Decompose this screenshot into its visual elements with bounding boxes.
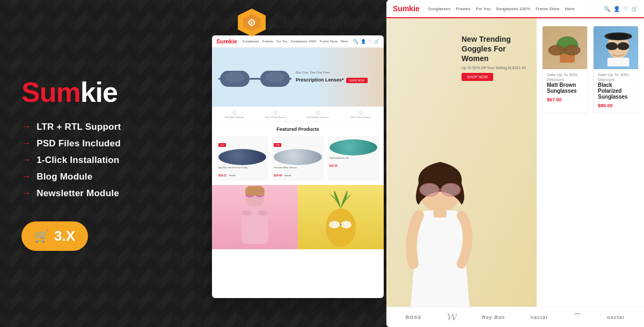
svg-point-28 [441,183,460,196]
product-card: TOP Buy One, Get One Free Today $36.21 $… [216,136,268,181]
sunglasses-svg [217,55,292,100]
woman-silhouette [225,186,284,249]
svg-point-40 [617,42,629,50]
svg-point-15 [241,210,252,215]
hexagon-inner [243,14,260,31]
version-text: 3.X [54,228,75,244]
man-sunglasses-svg [594,29,638,66]
arrow-icon: → [21,171,31,182]
hero-glasses-area [217,55,292,100]
icon-label: 100% Online Support [350,116,371,118]
product-price: $32.46 [330,164,338,167]
svg-rect-42 [608,57,630,66]
svg-point-34 [565,45,581,55]
product-pricing: $28.40 $46.20 [274,169,321,179]
cart-icon: 🛒 [34,229,49,243]
product-info: Sale Up To 30% Discount Black Polarized … [594,69,638,113]
return-icon [273,110,278,115]
brand-nactar1: nactar [530,315,548,320]
left-panel: Sumkie → LTR + RTL Support → PSD Files I… [0,0,209,327]
center-panel: Elite Author Sumkie Sunglasses Frames Fo… [209,0,386,327]
cart-icon: 🛒 [374,39,379,44]
right-hero-btn: SHOP NOW [462,73,493,81]
right-mockup: Sumkie Sunglasses Frames For You Sunglas… [386,0,644,327]
elite-label: Elite Author [273,14,358,31]
icon-label: Easy 30 Day Returns [265,116,286,118]
products-row: TOP Buy One, Get One Free Today $36.21 $… [212,134,384,185]
product-image [218,149,266,165]
feature-item: → LTR + RTL Support [21,121,188,132]
shipping-icon [232,110,237,115]
products-title: Featured Products [212,122,384,134]
product-price: $67.00 [547,97,562,102]
product-price: $90.00 [598,103,613,108]
product-name: Black Polarized Sunglasses [598,82,634,100]
feature-label: LTR + RTL Support [36,122,121,132]
arrow-icon: → [21,121,31,132]
nav-item: Frame Store [536,6,559,11]
hero-subtitle: Buy One, Get One Free [296,71,378,74]
product-pricing: $32.46 [330,159,377,169]
support-icon [358,110,363,115]
svg-rect-21 [245,189,265,196]
nav-item: Sunglasses [428,6,450,11]
svg-point-12 [265,72,284,83]
feature-item: → Newsletter Module [21,188,188,199]
svg-rect-38 [609,33,628,39]
version-badge: 🛒 3.X [21,221,88,251]
brand-logo: Sumkie [21,76,188,108]
product-image-brown [543,26,587,69]
bottom-image-left [212,185,298,249]
svg-point-39 [606,42,618,50]
hero-title: Prescription Lenses* [296,77,344,83]
hero-cta-button: SHOP NOW [346,78,368,83]
product-price: $36.21 [218,174,226,177]
feature-item: → 1-Click Installation [21,154,188,166]
hexagon-icon [238,9,266,36]
right-brands: BOSS 𝓦 Ray Ban nactar ⌒ nactar [386,307,644,327]
feature-label: Blog Module [36,172,92,182]
hero-text-block: Buy One, Get One Free Prescription Lense… [292,71,378,84]
icon-item: Easy 30 Day Returns [265,110,286,118]
feature-item: → PSD Files Included [21,138,188,149]
svg-point-24 [341,221,352,228]
feature-label: Newsletter Module [36,188,119,199]
product-card: Teal Sunglasses Set $32.46 [327,136,379,181]
bottom-image-right [298,185,384,249]
svg-point-11 [225,72,244,83]
right-hero: New Trending Goggles For Women Up To 50%… [386,18,537,307]
icon-item: 30-Day Best Customer [307,110,328,118]
right-panel: Sumkie Sunglasses Frames For You Sunglas… [386,0,644,327]
product-image [274,149,321,165]
nav-item: Frames [456,6,470,11]
cart-icon: 🛒 [631,6,638,12]
feature-label: 1-Click Installation [36,155,119,166]
right-product-card: Sale Up To 30% Discount Black Polarized … [593,26,639,113]
center-mockup: Sumkie Sunglasses Frames For You Sunglas… [212,35,384,298]
product-badge: TOP [274,143,281,147]
right-product-card: Sale Up To 50% Discount Matt Brown Sungl… [542,26,588,113]
product-old-price: $76.35 [229,174,236,177]
svg-point-22 [326,209,356,247]
right-hero-text: New Trending Goggles For Women Up To 50%… [462,34,531,81]
right-header: Sumkie Sunglasses Frames For You Sunglas… [386,0,644,18]
brand-vw: 𝓦 [447,311,457,323]
right-products: Sale Up To 50% Discount Matt Brown Sungl… [537,18,644,307]
logo-white: kie [80,77,118,108]
product-old-price: $46.20 [284,174,291,177]
search-icon: 🔍 [604,6,610,12]
logo-red: Sum [21,77,80,108]
product-info: Sale Up To 50% Discount Matt Brown Sungl… [543,69,587,107]
product-pricing: $36.21 $76.35 [218,169,266,179]
product-name: Matt Brown Sunglasses [547,82,583,94]
mockup-bottom [212,185,384,249]
nav-item: For You [475,6,491,11]
product-image-blue [594,26,638,69]
product-image [330,139,377,155]
arrow-icon: → [21,188,31,199]
right-content: New Trending Goggles For Women Up To 50%… [386,18,644,307]
icon-label: 30-Day Best Customer [307,116,328,118]
svg-point-16 [258,210,268,215]
product-price: $28.40 [274,174,282,177]
arrow-icon: → [21,154,31,166]
